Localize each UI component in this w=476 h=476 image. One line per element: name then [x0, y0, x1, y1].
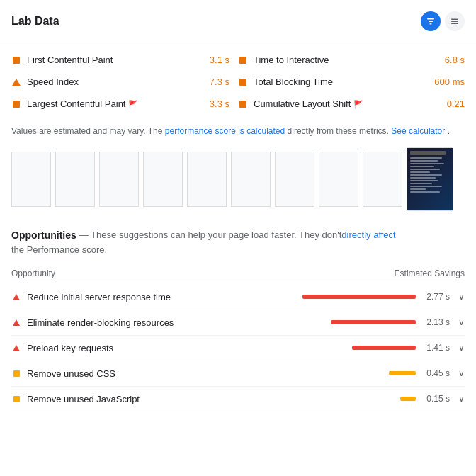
- opp-chevron-unused-css[interactable]: ∨: [458, 368, 465, 378]
- metric-cls-label: Cumulative Layout Shift 🚩: [254, 98, 424, 109]
- svg-rect-5: [451, 23, 458, 25]
- info-text: Values are estimated and may vary. The p…: [0, 119, 476, 146]
- metric-tbt-label: Total Blocking Time: [254, 76, 424, 87]
- opp-icon-server-response: [11, 292, 21, 302]
- svg-rect-4: [451, 21, 458, 23]
- opp-table-header: Opportunity Estimated Savings: [11, 266, 465, 283]
- metric-cls-icon: [238, 99, 248, 109]
- info-text-middle: directly from these metrics.: [288, 126, 392, 136]
- metric-tbt: Total Blocking Time 600 ms: [238, 72, 465, 91]
- svg-rect-0: [427, 18, 434, 20]
- metric-fcp-icon: [11, 55, 21, 65]
- filmstrip-frame-8: [319, 152, 358, 207]
- see-calculator-link[interactable]: See calculator: [391, 126, 445, 136]
- opp-row-render-blocking[interactable]: Eliminate render-blocking resources 2.13…: [11, 310, 465, 336]
- filmstrip-frame-6: [231, 152, 271, 207]
- opp-value-server-response: 2.77 s: [421, 292, 450, 302]
- metric-tbt-icon: [238, 77, 248, 87]
- opp-label-preload: Preload key requests: [27, 343, 346, 353]
- opp-bar-fill-render-blocking: [331, 320, 416, 324]
- opp-label-unused-js: Remove unused JavaScript: [27, 394, 395, 404]
- opp-chevron-unused-js[interactable]: ∨: [458, 394, 465, 404]
- metric-lcp-value: 3.3 s: [203, 98, 238, 109]
- metrics-grid: First Contentful Paint 3.1 s Time to Int…: [11, 50, 465, 113]
- opp-value-preload: 1.41 s: [421, 343, 450, 353]
- opp-col-savings: Estimated Savings: [395, 268, 465, 278]
- opp-chevron-preload[interactable]: ∨: [458, 343, 465, 353]
- opp-icon-unused-js: [11, 394, 21, 404]
- filmstrip-frame-3: [99, 152, 139, 207]
- filmstrip: [0, 146, 476, 222]
- opp-icon-unused-css: [11, 368, 21, 378]
- info-text-before: Values are estimated and may vary. The: [11, 126, 165, 136]
- opp-chevron-render-blocking[interactable]: ∨: [458, 317, 465, 327]
- metric-lcp-icon: [11, 99, 21, 109]
- opp-label-server-response: Reduce initial server response time: [27, 292, 297, 302]
- opportunities-header: Opportunities — These suggestions can he…: [11, 228, 465, 257]
- opp-bar-fill-unused-js: [400, 397, 416, 401]
- filmstrip-frame-4: [143, 152, 183, 207]
- metric-tti: Time to Interactive 6.8 s: [238, 50, 465, 69]
- opp-bar-unused-js: 0.15 s ∨: [400, 394, 465, 404]
- opportunities-title: Opportunities: [11, 228, 76, 243]
- filter-button[interactable]: [421, 11, 441, 31]
- opp-col-opportunity: Opportunity: [11, 268, 55, 278]
- opp-row-unused-js[interactable]: Remove unused JavaScript 0.15 s ∨: [11, 387, 465, 412]
- filmstrip-frame-5: [187, 152, 227, 207]
- opp-value-unused-js: 0.15 s: [421, 394, 450, 404]
- header: Lab Data: [0, 0, 476, 40]
- metric-lcp-label: Largest Contentful Paint 🚩: [27, 98, 197, 109]
- header-actions: [421, 11, 465, 31]
- opp-row-unused-css[interactable]: Remove unused CSS 0.45 s ∨: [11, 361, 465, 387]
- menu-button[interactable]: [445, 11, 465, 31]
- filmstrip-screenshot: [407, 147, 453, 211]
- metric-cls: Cumulative Layout Shift 🚩 0.21: [238, 94, 465, 113]
- opp-bar-fill-unused-css: [389, 371, 416, 375]
- metric-tbt-value: 600 ms: [429, 76, 465, 87]
- metric-fcp: First Contentful Paint 3.1 s: [11, 50, 238, 69]
- opportunities-section: Opportunities — These suggestions can he…: [0, 222, 476, 412]
- opp-label-unused-css: Remove unused CSS: [27, 368, 383, 379]
- opp-icon-render-blocking: [11, 317, 21, 327]
- opp-value-unused-css: 0.45 s: [421, 368, 450, 378]
- metric-tti-icon: [238, 55, 248, 65]
- metric-lcp: Largest Contentful Paint 🚩 3.3 s: [11, 94, 238, 113]
- page-title: Lab Data: [11, 15, 60, 28]
- metric-tti-value: 6.8 s: [429, 55, 465, 65]
- metric-cls-value: 0.21: [429, 98, 465, 109]
- directly-affect-link[interactable]: directly affect: [341, 228, 395, 242]
- svg-rect-1: [429, 21, 433, 23]
- opp-label-render-blocking: Eliminate render-blocking resources: [27, 317, 325, 328]
- opp-chevron-server-response[interactable]: ∨: [458, 292, 465, 302]
- opportunities-desc-after: the Performance score.: [11, 243, 107, 257]
- opp-row-preload[interactable]: Preload key requests 1.41 s ∨: [11, 336, 465, 361]
- metric-si-icon: [11, 77, 21, 87]
- metric-fcp-value: 3.1 s: [203, 55, 238, 65]
- opp-bar-fill-preload: [352, 346, 416, 350]
- opp-row-server-response[interactable]: Reduce initial server response time 2.77…: [11, 285, 465, 310]
- metric-fcp-label: First Contentful Paint: [27, 55, 197, 65]
- opp-bar-unused-css: 0.45 s ∨: [389, 368, 465, 378]
- performance-score-link[interactable]: performance score is calculated: [165, 126, 285, 136]
- filmstrip-frame-7: [275, 152, 314, 207]
- metrics-section: First Contentful Paint 3.1 s Time to Int…: [0, 40, 476, 119]
- metric-tti-label: Time to Interactive: [254, 55, 424, 65]
- metric-si-value: 7.3 s: [203, 76, 238, 87]
- svg-rect-2: [430, 23, 432, 25]
- opp-value-render-blocking: 2.13 s: [421, 317, 450, 327]
- opp-bar-server-response: 2.77 s ∨: [302, 292, 465, 302]
- info-text-end: .: [448, 126, 450, 136]
- opp-bar-preload: 1.41 s ∨: [352, 343, 465, 353]
- opportunities-desc-before: — These suggestions can help your page l…: [79, 228, 342, 242]
- metric-si: Speed Index 7.3 s: [11, 72, 238, 91]
- filmstrip-frame-2: [55, 152, 95, 207]
- metric-si-label: Speed Index: [27, 76, 197, 87]
- filmstrip-frame-9: [363, 152, 402, 207]
- opp-bar-fill-server-response: [302, 295, 416, 299]
- opp-icon-preload: [11, 343, 21, 353]
- opp-bar-render-blocking: 2.13 s ∨: [331, 317, 465, 327]
- svg-rect-3: [451, 19, 458, 21]
- filmstrip-frame-1: [11, 152, 51, 207]
